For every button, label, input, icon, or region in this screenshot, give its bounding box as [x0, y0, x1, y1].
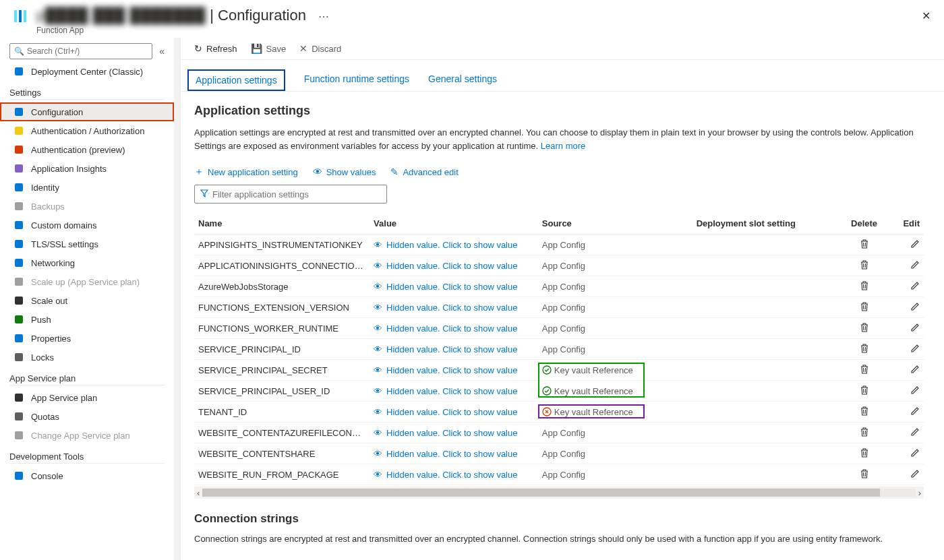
svg-rect-9 [15, 202, 23, 210]
table-row: SERVICE_PRINCIPAL_SECRET 👁Hidden value. … [194, 360, 924, 381]
scroll-left-icon[interactable]: ‹ [194, 488, 202, 498]
sidebar-item-quotas[interactable]: Quotas [0, 407, 174, 426]
new-setting-button[interactable]: ＋ New application setting [194, 166, 298, 178]
delete-button[interactable] [860, 385, 869, 397]
sidebar-item-tls-ssl-settings[interactable]: TLS/SSL settings [0, 235, 174, 253]
close-icon[interactable]: ✕ [919, 7, 933, 25]
show-value-link[interactable]: 👁Hidden value. Click to show value [374, 449, 534, 459]
scroll-right-icon[interactable]: › [916, 488, 924, 498]
save-button[interactable]: 💾 Save [251, 43, 287, 54]
nav-label: Scale out [31, 296, 67, 306]
sidebar-item-push[interactable]: Push [0, 310, 174, 329]
sidebar-item-properties[interactable]: Properties [0, 329, 174, 348]
setting-name: WEBSITE_RUN_FROM_PACKAGE [194, 464, 370, 485]
show-value-link[interactable]: 👁Hidden value. Click to show value [374, 240, 534, 250]
show-value-link[interactable]: 👁Hidden value. Click to show value [374, 428, 534, 438]
sidebar-item-authentication-authorization[interactable]: Authentication / Authorization [0, 121, 174, 140]
sidebar-item-scale-out[interactable]: Scale out [0, 291, 174, 310]
edit-button[interactable] [910, 239, 920, 251]
edit-button[interactable] [910, 406, 920, 418]
edit-button[interactable] [910, 448, 920, 460]
sidebar-item-configuration[interactable]: Configuration [0, 102, 174, 121]
setting-name: FUNCTIONS_WORKER_RUNTIME [194, 318, 370, 339]
edit-button[interactable] [910, 281, 920, 292]
edit-button[interactable] [910, 365, 920, 376]
setting-name: WEBSITE_CONTENTSHARE [194, 443, 370, 464]
delete-button[interactable] [860, 239, 869, 251]
connection-strings-description: Connection strings are encrypted at rest… [194, 532, 922, 546]
edit-button[interactable] [910, 385, 920, 397]
eye-icon: 👁 [374, 261, 382, 271]
svg-rect-4 [15, 108, 23, 116]
delete-button[interactable] [860, 427, 869, 439]
delete-button[interactable] [860, 281, 869, 292]
domain-icon [13, 220, 24, 230]
col-slot[interactable]: Deployment slot setting [692, 213, 839, 235]
show-value-link[interactable]: 👁Hidden value. Click to show value [374, 282, 534, 292]
svg-rect-17 [15, 353, 23, 361]
sidebar-item-deployment-center-classic-[interactable]: Deployment Center (Classic) [0, 62, 174, 81]
delete-button[interactable] [860, 406, 869, 418]
learn-more-link[interactable]: Learn more [541, 141, 585, 151]
sidebar-item-authentication-preview-[interactable]: Authentication (preview) [0, 140, 174, 159]
tab-function-runtime-settings[interactable]: Function runtime settings [304, 69, 409, 91]
sidebar-item-networking[interactable]: Networking [0, 253, 174, 272]
collapse-sidebar-icon[interactable]: « [159, 46, 165, 57]
delete-button[interactable] [860, 302, 869, 313]
delete-button[interactable] [860, 365, 869, 376]
delete-button[interactable] [860, 323, 869, 334]
edit-button[interactable] [910, 469, 920, 480]
source-label: App Config [542, 449, 688, 459]
delete-button[interactable] [860, 260, 869, 272]
edit-button[interactable] [910, 427, 920, 439]
show-value-link[interactable]: 👁Hidden value. Click to show value [374, 470, 534, 480]
show-value-link[interactable]: 👁Hidden value. Click to show value [374, 344, 534, 354]
advanced-edit-button[interactable]: ✎ Advanced edit [390, 166, 458, 177]
sidebar-item-identity[interactable]: Identity [0, 178, 174, 197]
edit-button[interactable] [910, 260, 920, 272]
save-icon: 💾 [251, 43, 262, 54]
more-icon[interactable]: ⋯ [318, 10, 329, 23]
col-name[interactable]: Name [194, 213, 370, 235]
eye-icon: 👁 [374, 323, 382, 334]
show-value-link[interactable]: 👁Hidden value. Click to show value [374, 386, 534, 396]
edit-button[interactable] [910, 302, 920, 313]
show-value-link[interactable]: 👁Hidden value. Click to show value [374, 303, 534, 313]
table-row: FUNCTIONS_EXTENSION_VERSION 👁Hidden valu… [194, 297, 924, 318]
horizontal-scrollbar[interactable]: ‹ › [194, 487, 924, 499]
tab-application-settings[interactable]: Application settings [187, 69, 285, 91]
col-value[interactable]: Value [370, 213, 538, 235]
edit-button[interactable] [910, 323, 920, 334]
svg-rect-13 [15, 278, 23, 286]
edit-button[interactable] [910, 344, 920, 355]
x-circle-icon [542, 407, 552, 416]
svg-rect-18 [15, 394, 23, 402]
source-label: Key vault Reference [542, 386, 688, 396]
sidebar-item-console[interactable]: Console [0, 466, 174, 485]
show-value-link[interactable]: 👁Hidden value. Click to show value [374, 365, 534, 375]
settings-table: Name Value Source Deployment slot settin… [194, 213, 924, 485]
show-value-link[interactable]: 👁Hidden value. Click to show value [374, 323, 534, 334]
delete-button[interactable] [860, 344, 869, 355]
show-value-link[interactable]: 👁Hidden value. Click to show value [374, 261, 534, 271]
sidebar-item-custom-domains[interactable]: Custom domains [0, 216, 174, 235]
svg-point-22 [543, 366, 551, 374]
discard-button[interactable]: ✕ Discard [299, 43, 341, 54]
lock-icon [13, 352, 24, 363]
sidebar-item-application-insights[interactable]: Application Insights [0, 159, 174, 178]
search-input[interactable]: 🔍 [9, 43, 152, 59]
col-source[interactable]: Source [538, 213, 692, 235]
sidebar-item-locks[interactable]: Locks [0, 348, 174, 367]
delete-button[interactable] [860, 469, 869, 480]
table-row: SERVICE_PRINCIPAL_USER_ID 👁Hidden value.… [194, 381, 924, 402]
delete-button[interactable] [860, 448, 869, 460]
discard-icon: ✕ [299, 43, 307, 54]
vertical-scrollbar[interactable] [174, 38, 181, 560]
refresh-button[interactable]: ↻ Refresh [194, 43, 237, 54]
sidebar-item-app-service-plan[interactable]: App Service plan [0, 388, 174, 407]
tab-general-settings[interactable]: General settings [428, 69, 497, 91]
nav-label: Identity [31, 183, 59, 193]
show-value-link[interactable]: 👁Hidden value. Click to show value [374, 407, 534, 417]
show-values-button[interactable]: 👁 Show values [313, 166, 376, 177]
filter-input[interactable] [194, 185, 387, 204]
